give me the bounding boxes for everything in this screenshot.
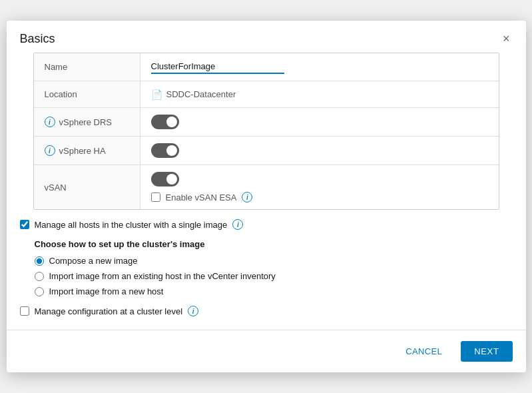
- vsphere-drs-toggle[interactable]: [151, 115, 179, 129]
- manage-config-label: Manage configuration at a cluster level: [35, 306, 183, 316]
- vsphere-drs-slider: [151, 115, 179, 129]
- vsan-slider: [151, 172, 179, 187]
- vsphere-ha-toggle-cell: [140, 137, 499, 165]
- radio-compose-label: Compose a new image: [49, 256, 138, 266]
- location-icon: 📄: [151, 89, 162, 100]
- form-table: Name Location 📄 SDDC-Datacenter i vSph: [33, 53, 499, 210]
- radio-compose: Compose a new image: [35, 256, 513, 266]
- radio-import-existing: Import image from an existing host in th…: [35, 271, 513, 281]
- vsphere-drs-toggle-cell: [140, 108, 499, 136]
- vsphere-ha-toggle[interactable]: [151, 143, 179, 158]
- dialog-footer: CANCEL NEXT: [7, 330, 526, 372]
- vsphere-ha-slider: [151, 143, 179, 158]
- manage-config-info-icon[interactable]: i: [188, 306, 198, 316]
- vsan-value-cell: Enable vSAN ESA i: [140, 165, 499, 209]
- close-button[interactable]: ×: [500, 31, 513, 46]
- manage-info-icon[interactable]: i: [232, 219, 243, 230]
- vsan-esa-checkbox[interactable]: [151, 193, 160, 202]
- vsphere-ha-row: i vSphere HA: [34, 137, 499, 165]
- basics-dialog: Basics × Name Location 📄 SDDC-Datacenter: [7, 21, 526, 372]
- vsan-esa-info-icon[interactable]: i: [242, 192, 252, 202]
- location-label: Location: [34, 81, 140, 107]
- vsan-toggle[interactable]: [151, 172, 179, 187]
- radio-import-new-input[interactable]: [35, 287, 44, 296]
- dialog-header: Basics ×: [7, 21, 526, 53]
- manage-checkbox[interactable]: [20, 220, 29, 229]
- radio-import-new-label: Import image from a new host: [49, 286, 164, 296]
- manage-section: Manage all hosts in the cluster with a s…: [7, 210, 526, 323]
- location-value-cell: 📄 SDDC-Datacenter: [140, 81, 499, 107]
- vsan-toggle-row: [151, 172, 179, 187]
- vsphere-drs-info-icon[interactable]: i: [45, 117, 55, 127]
- radio-import-existing-label: Import image from an existing host in th…: [49, 271, 276, 281]
- vsphere-drs-row: i vSphere DRS: [34, 108, 499, 137]
- radio-compose-input[interactable]: [35, 256, 44, 266]
- vsan-label: vSAN: [34, 165, 140, 209]
- location-row: Location 📄 SDDC-Datacenter: [34, 81, 499, 108]
- manage-config-row: Manage configuration at a cluster level …: [20, 306, 513, 316]
- location-text: SDDC-Datacenter: [166, 89, 236, 99]
- vsan-esa-label: Enable vSAN ESA: [166, 193, 237, 202]
- manage-row: Manage all hosts in the cluster with a s…: [20, 219, 513, 230]
- vsan-row: vSAN Enable vSAN ESA i: [34, 165, 499, 209]
- next-button[interactable]: NEXT: [461, 341, 512, 362]
- vsphere-ha-info-icon[interactable]: i: [45, 145, 55, 156]
- name-input[interactable]: [151, 60, 284, 74]
- name-label: Name: [34, 53, 140, 81]
- manage-config-checkbox[interactable]: [20, 306, 29, 316]
- dialog-title: Basics: [20, 32, 55, 46]
- name-value-cell: [140, 53, 499, 81]
- radio-import-new: Import image from a new host: [35, 286, 513, 296]
- cancel-button[interactable]: CANCEL: [395, 341, 453, 362]
- vsphere-ha-label: i vSphere HA: [34, 137, 140, 165]
- manage-label: Manage all hosts in the cluster with a s…: [35, 220, 228, 230]
- radio-import-existing-input[interactable]: [35, 272, 44, 281]
- vsphere-drs-label: i vSphere DRS: [34, 108, 140, 136]
- image-section-title: Choose how to set up the cluster's image: [35, 239, 513, 249]
- name-row: Name: [34, 53, 499, 81]
- image-section: Choose how to set up the cluster's image…: [35, 239, 513, 296]
- vsan-esa-row: Enable vSAN ESA i: [151, 192, 257, 202]
